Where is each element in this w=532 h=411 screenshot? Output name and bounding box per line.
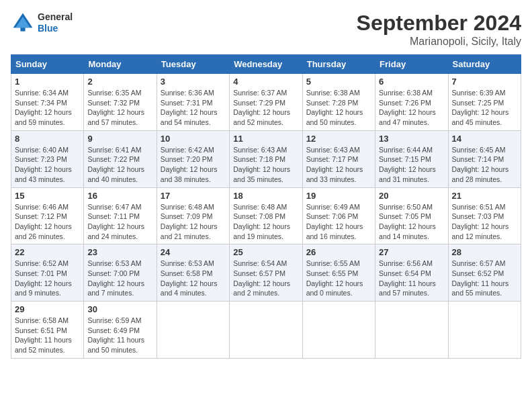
day-number: 21 [452, 191, 517, 201]
calendar-cell: 11Sunrise: 6:43 AM Sunset: 7:18 PM Dayli… [230, 130, 302, 187]
calendar-week-row: 22Sunrise: 6:52 AM Sunset: 7:01 PM Dayli… [11, 244, 521, 302]
day-number: 17 [161, 191, 226, 201]
day-info: Sunrise: 6:38 AM Sunset: 7:28 PM Dayligh… [306, 88, 371, 128]
svg-rect-2 [20, 28, 25, 31]
calendar-cell: 16Sunrise: 6:47 AM Sunset: 7:11 PM Dayli… [84, 187, 157, 244]
calendar-cell: 30Sunrise: 6:59 AM Sunset: 6:49 PM Dayli… [84, 302, 157, 359]
day-info: Sunrise: 6:38 AM Sunset: 7:26 PM Dayligh… [379, 88, 444, 128]
calendar-cell [230, 302, 302, 359]
day-info: Sunrise: 6:47 AM Sunset: 7:11 PM Dayligh… [87, 202, 152, 242]
calendar-cell: 8Sunrise: 6:40 AM Sunset: 7:23 PM Daylig… [11, 130, 84, 187]
day-info: Sunrise: 6:48 AM Sunset: 7:08 PM Dayligh… [233, 202, 298, 242]
day-info: Sunrise: 6:40 AM Sunset: 7:23 PM Dayligh… [15, 145, 80, 185]
day-number: 5 [306, 77, 371, 87]
day-info: Sunrise: 6:39 AM Sunset: 7:25 PM Dayligh… [452, 88, 517, 128]
calendar-cell: 28Sunrise: 6:57 AM Sunset: 6:52 PM Dayli… [448, 244, 521, 302]
day-number: 18 [233, 191, 298, 201]
calendar-cell: 20Sunrise: 6:50 AM Sunset: 7:05 PM Dayli… [375, 187, 448, 244]
calendar-cell: 6Sunrise: 6:38 AM Sunset: 7:26 PM Daylig… [375, 74, 448, 131]
calendar-cell: 17Sunrise: 6:48 AM Sunset: 7:09 PM Dayli… [157, 187, 229, 244]
day-info: Sunrise: 6:48 AM Sunset: 7:09 PM Dayligh… [161, 202, 226, 242]
calendar-cell: 12Sunrise: 6:43 AM Sunset: 7:17 PM Dayli… [302, 130, 375, 187]
calendar-cell: 10Sunrise: 6:42 AM Sunset: 7:20 PM Dayli… [157, 130, 229, 187]
day-number: 13 [379, 134, 444, 144]
day-number: 27 [379, 247, 444, 257]
calendar-week-row: 29Sunrise: 6:58 AM Sunset: 6:51 PM Dayli… [11, 302, 521, 359]
calendar-cell: 27Sunrise: 6:56 AM Sunset: 6:54 PM Dayli… [375, 244, 448, 302]
day-info: Sunrise: 6:53 AM Sunset: 6:58 PM Dayligh… [161, 259, 226, 298]
day-info: Sunrise: 6:44 AM Sunset: 7:15 PM Dayligh… [379, 145, 444, 185]
logo-icon [11, 11, 35, 35]
day-info: Sunrise: 6:42 AM Sunset: 7:20 PM Dayligh… [161, 145, 226, 185]
day-number: 10 [161, 134, 226, 144]
calendar-week-row: 1Sunrise: 6:34 AM Sunset: 7:34 PM Daylig… [11, 74, 521, 131]
calendar-cell [302, 302, 375, 359]
day-number: 14 [452, 134, 517, 144]
day-number: 7 [452, 77, 517, 87]
day-number: 29 [15, 304, 80, 314]
calendar-cell: 2Sunrise: 6:35 AM Sunset: 7:32 PM Daylig… [84, 74, 157, 131]
day-info: Sunrise: 6:36 AM Sunset: 7:31 PM Dayligh… [161, 88, 226, 128]
calendar-cell [375, 302, 448, 359]
calendar-cell: 15Sunrise: 6:46 AM Sunset: 7:12 PM Dayli… [11, 187, 84, 244]
day-number: 6 [379, 77, 444, 87]
calendar-cell: 3Sunrise: 6:36 AM Sunset: 7:31 PM Daylig… [157, 74, 229, 131]
calendar-header-sunday: Sunday [11, 55, 84, 74]
calendar-cell [448, 302, 521, 359]
location-title: Marianopoli, Sicily, Italy [357, 36, 521, 48]
day-number: 4 [233, 77, 298, 87]
calendar-cell: 18Sunrise: 6:48 AM Sunset: 7:08 PM Dayli… [230, 187, 302, 244]
day-info: Sunrise: 6:54 AM Sunset: 6:57 PM Dayligh… [233, 259, 298, 298]
day-number: 3 [161, 77, 226, 87]
day-info: Sunrise: 6:52 AM Sunset: 7:01 PM Dayligh… [15, 259, 80, 298]
page-header: General Blue September 2024 Marianopoli,… [11, 11, 521, 48]
logo-text: General Blue [38, 11, 73, 34]
calendar-cell: 13Sunrise: 6:44 AM Sunset: 7:15 PM Dayli… [375, 130, 448, 187]
day-info: Sunrise: 6:43 AM Sunset: 7:18 PM Dayligh… [233, 145, 298, 185]
day-info: Sunrise: 6:45 AM Sunset: 7:14 PM Dayligh… [452, 145, 517, 185]
calendar-cell: 26Sunrise: 6:55 AM Sunset: 6:55 PM Dayli… [302, 244, 375, 302]
title-area: September 2024 Marianopoli, Sicily, Ital… [357, 11, 521, 48]
day-number: 11 [233, 134, 298, 144]
calendar-cell: 19Sunrise: 6:49 AM Sunset: 7:06 PM Dayli… [302, 187, 375, 244]
calendar-cell: 5Sunrise: 6:38 AM Sunset: 7:28 PM Daylig… [302, 74, 375, 131]
day-number: 2 [87, 77, 152, 87]
day-number: 26 [306, 247, 371, 257]
calendar-week-row: 15Sunrise: 6:46 AM Sunset: 7:12 PM Dayli… [11, 187, 521, 244]
calendar-cell: 23Sunrise: 6:53 AM Sunset: 7:00 PM Dayli… [84, 244, 157, 302]
day-number: 1 [15, 77, 80, 87]
calendar-cell: 22Sunrise: 6:52 AM Sunset: 7:01 PM Dayli… [11, 244, 84, 302]
day-info: Sunrise: 6:49 AM Sunset: 7:06 PM Dayligh… [306, 202, 371, 242]
day-info: Sunrise: 6:35 AM Sunset: 7:32 PM Dayligh… [87, 88, 152, 128]
day-number: 30 [87, 304, 152, 314]
day-info: Sunrise: 6:51 AM Sunset: 7:03 PM Dayligh… [452, 202, 517, 242]
day-info: Sunrise: 6:41 AM Sunset: 7:22 PM Dayligh… [87, 145, 152, 185]
calendar-header-row: SundayMondayTuesdayWednesdayThursdayFrid… [11, 55, 521, 74]
day-number: 25 [233, 247, 298, 257]
day-number: 22 [15, 247, 80, 257]
calendar-cell: 1Sunrise: 6:34 AM Sunset: 7:34 PM Daylig… [11, 74, 84, 131]
calendar-cell: 4Sunrise: 6:37 AM Sunset: 7:29 PM Daylig… [230, 74, 302, 131]
day-info: Sunrise: 6:56 AM Sunset: 6:54 PM Dayligh… [379, 259, 444, 298]
day-info: Sunrise: 6:37 AM Sunset: 7:29 PM Dayligh… [233, 88, 298, 128]
day-info: Sunrise: 6:43 AM Sunset: 7:17 PM Dayligh… [306, 145, 371, 185]
day-number: 20 [379, 191, 444, 201]
day-info: Sunrise: 6:46 AM Sunset: 7:12 PM Dayligh… [15, 202, 80, 242]
day-number: 8 [15, 134, 80, 144]
calendar-cell: 21Sunrise: 6:51 AM Sunset: 7:03 PM Dayli… [448, 187, 521, 244]
month-title: September 2024 [357, 11, 521, 36]
calendar-header-thursday: Thursday [302, 55, 375, 74]
day-info: Sunrise: 6:57 AM Sunset: 6:52 PM Dayligh… [452, 259, 517, 298]
calendar-cell: 24Sunrise: 6:53 AM Sunset: 6:58 PM Dayli… [157, 244, 229, 302]
calendar-table: SundayMondayTuesdayWednesdayThursdayFrid… [11, 54, 521, 359]
day-number: 15 [15, 191, 80, 201]
day-number: 23 [87, 247, 152, 257]
day-info: Sunrise: 6:53 AM Sunset: 7:00 PM Dayligh… [87, 259, 152, 298]
day-info: Sunrise: 6:50 AM Sunset: 7:05 PM Dayligh… [379, 202, 444, 242]
calendar-header-saturday: Saturday [448, 55, 521, 74]
calendar-header-tuesday: Tuesday [157, 55, 229, 74]
day-number: 16 [87, 191, 152, 201]
day-info: Sunrise: 6:55 AM Sunset: 6:55 PM Dayligh… [306, 259, 371, 298]
day-info: Sunrise: 6:34 AM Sunset: 7:34 PM Dayligh… [15, 88, 80, 128]
calendar-week-row: 8Sunrise: 6:40 AM Sunset: 7:23 PM Daylig… [11, 130, 521, 187]
